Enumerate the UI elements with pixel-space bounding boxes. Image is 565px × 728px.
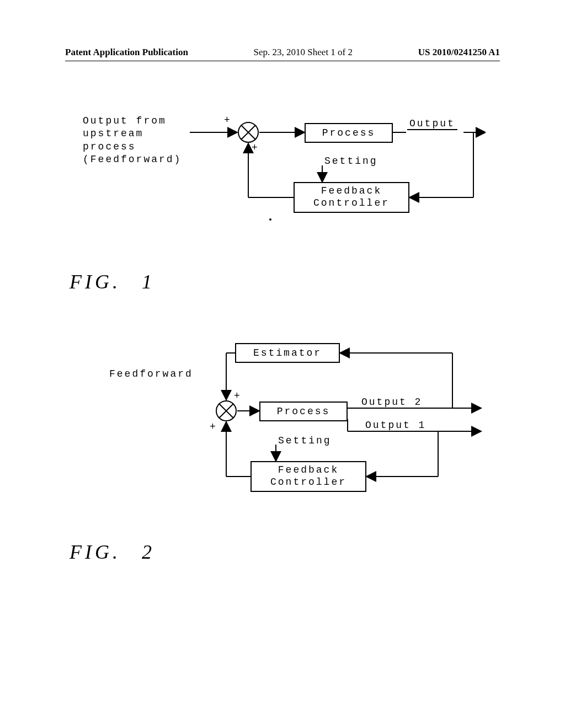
- estimator-box: Estimator: [235, 343, 340, 363]
- estimator-label: Estimator: [253, 347, 322, 358]
- plus-sign-1: +: [224, 115, 232, 126]
- comma-dot: [269, 218, 271, 221]
- fig-label-text: FIG.: [70, 271, 121, 293]
- plus-sign-2: +: [210, 421, 217, 432]
- input-label: Output from upstream process (Feedforwar…: [83, 115, 182, 167]
- feedback-line-2: Controller: [313, 197, 390, 210]
- figure-1: Output from upstream process (Feedforwar…: [77, 105, 486, 265]
- process-box: Process: [259, 402, 348, 421]
- figure-2-label: FIG. 2: [70, 540, 152, 564]
- header-divider: [65, 61, 500, 61]
- fig-label-number: 2: [142, 541, 152, 563]
- header-right: US 2010/0241250 A1: [418, 47, 500, 58]
- setting-label: Setting: [324, 156, 378, 167]
- plus-sign-2: +: [252, 142, 259, 153]
- header-center: Sep. 23, 2010 Sheet 1 of 2: [254, 47, 353, 58]
- output-1-label: Output 1: [365, 420, 426, 431]
- process-label: Process: [277, 406, 331, 417]
- feedback-line-1: Feedback: [321, 185, 382, 197]
- figure-2: Feedforward Estimator + + Process Output…: [99, 342, 486, 518]
- summer-icon: [237, 121, 259, 143]
- plus-sign-1: +: [234, 390, 242, 402]
- feedback-line-2: Controller: [270, 477, 347, 489]
- fig-label-text: FIG.: [70, 541, 121, 563]
- input-line-2: upstream: [83, 127, 182, 140]
- summer-icon: [215, 400, 237, 422]
- header-left: Patent Application Publication: [65, 47, 188, 58]
- setting-label: Setting: [278, 435, 332, 446]
- process-box: Process: [305, 123, 393, 143]
- feedback-controller-box: Feedback Controller: [250, 461, 366, 492]
- input-line-1: Output from: [83, 115, 182, 127]
- output-2-label: Output 2: [361, 397, 422, 408]
- input-line-3: process: [83, 141, 182, 153]
- fig-label-number: 1: [142, 271, 152, 293]
- feedback-controller-box: Feedback Controller: [294, 182, 409, 213]
- process-label: Process: [322, 127, 376, 138]
- page-header: Patent Application Publication Sep. 23, …: [0, 47, 565, 58]
- output-label: Output: [407, 118, 457, 130]
- input-line-4: (Feedforward): [83, 153, 182, 166]
- figure-1-label: FIG. 1: [70, 270, 152, 293]
- feedforward-label: Feedforward: [109, 368, 193, 379]
- feedback-line-1: Feedback: [278, 464, 339, 477]
